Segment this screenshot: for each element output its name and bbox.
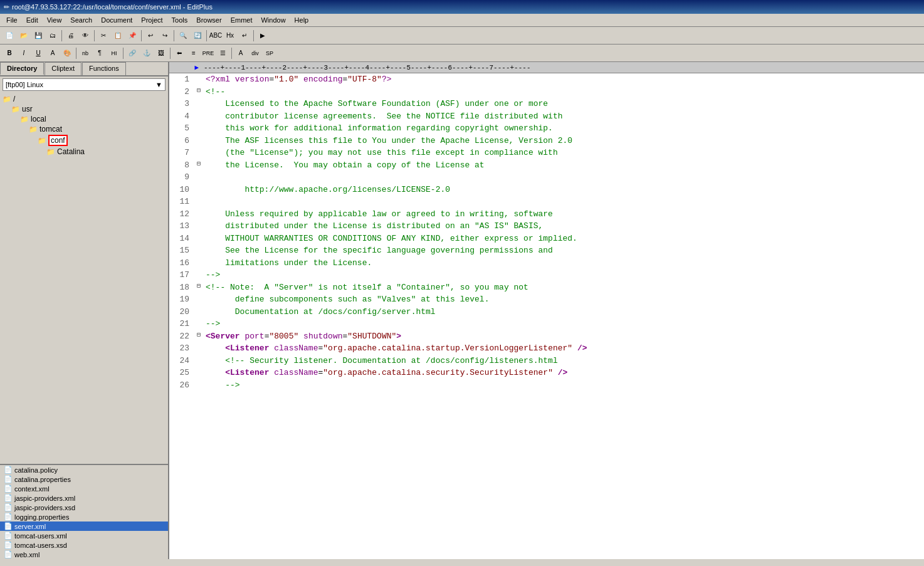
para-btn[interactable]: ¶: [93, 46, 107, 60]
image-btn[interactable]: 🖼: [154, 46, 168, 60]
toolbar-1: 📄 📂 💾 🗂 🖨 👁 ✂ 📋 📌 ↩ ↪ 🔍 🔄 ABC Hx ↵ ▶: [0, 27, 924, 45]
italic-btn[interactable]: I: [17, 46, 31, 60]
menu-help[interactable]: Help: [291, 15, 313, 25]
list-btn[interactable]: ☰: [216, 46, 229, 60]
replace-btn[interactable]: 🔄: [191, 29, 204, 43]
file-icon: 📄: [4, 485, 13, 493]
sep5: [206, 30, 207, 41]
tab-functions[interactable]: Functions: [82, 62, 126, 75]
new-btn[interactable]: 📄: [3, 29, 16, 43]
menu-file[interactable]: File: [3, 15, 21, 25]
open-btn[interactable]: 📂: [17, 29, 31, 43]
ftp-label: [ftp00] Linux: [6, 81, 43, 88]
line-num-9: 9: [169, 171, 194, 184]
anchor-btn[interactable]: ⚓: [140, 46, 154, 60]
folder-icon-tomcat: 📁: [29, 125, 38, 134]
tab-directory[interactable]: Directory: [0, 62, 44, 75]
spell-btn[interactable]: ABC: [209, 29, 223, 43]
bold-btn[interactable]: B: [3, 46, 16, 60]
line-num-20: 20: [169, 306, 194, 318]
tree-item-tomcat[interactable]: 📁 tomcat: [0, 124, 168, 134]
ftp-dropdown[interactable]: [ftp00] Linux ▼: [3, 78, 165, 91]
undo-btn[interactable]: ↩: [144, 29, 157, 43]
line-num-18: 18: [169, 281, 194, 294]
print-btn[interactable]: 🖨: [64, 29, 78, 43]
align-btn[interactable]: A: [46, 46, 60, 60]
tab-cliptext[interactable]: Cliptext: [45, 62, 81, 75]
menu-document[interactable]: Document: [97, 15, 136, 25]
code-15: See the License for the specific languag…: [203, 244, 924, 257]
line-num-22: 22: [169, 330, 194, 343]
font-btn[interactable]: A: [234, 46, 248, 60]
menu-browser[interactable]: Browser: [192, 15, 225, 25]
tree-item-root[interactable]: 📁 /: [0, 94, 168, 104]
paste-btn[interactable]: 📌: [125, 29, 139, 43]
tree-label-usr: usr: [22, 105, 33, 113]
redo-btn[interactable]: ↪: [158, 29, 172, 43]
code-12: Unless required by applicable law or agr…: [203, 208, 924, 221]
menu-project[interactable]: Project: [137, 15, 166, 25]
code-14: WITHOUT WARRANTIES OR CONDITIONS OF ANY …: [203, 233, 924, 245]
run-btn[interactable]: ▶: [256, 29, 270, 43]
line-num-12: 12: [169, 208, 194, 221]
menu-emmet[interactable]: Emmet: [227, 15, 256, 25]
code-23: <Listener className="org.apache.catalina…: [203, 342, 924, 355]
underline-btn[interactable]: U: [31, 46, 45, 60]
file-item-jaspic-xsd[interactable]: 📄 jaspic-providers.xsd: [0, 503, 168, 512]
code-row-20: 20 Documentation at /docs/config/server.…: [169, 306, 924, 318]
file-icon: 📄: [4, 532, 13, 540]
search-btn[interactable]: 🔍: [176, 29, 190, 43]
tree-item-local[interactable]: 📁 local: [0, 114, 168, 124]
file-item-jaspic-xml[interactable]: 📄 jaspic-providers.xml: [0, 493, 168, 503]
sep9: [170, 48, 171, 59]
title-text: root@47.93.53.127:22:/usr/local/tomcat/c…: [12, 3, 213, 11]
line-num-21: 21: [169, 318, 194, 330]
nb-btn[interactable]: nb: [78, 46, 92, 60]
cursor-arrow: ▶: [169, 63, 204, 71]
code-row-8: 8 ⊟ the License. You may obtain a copy o…: [169, 159, 924, 172]
tree-item-usr[interactable]: 📁 usr: [0, 104, 168, 114]
file-item-server-xml[interactable]: 📄 server.xml: [0, 521, 168, 531]
file-item-tomcat-users-xsd[interactable]: 📄 tomcat-users.xsd: [0, 540, 168, 550]
menu-tools[interactable]: Tools: [168, 15, 192, 25]
menu-search[interactable]: Search: [66, 15, 96, 25]
file-item-logging[interactable]: 📄 logging.properties: [0, 512, 168, 521]
file-item-context-xml[interactable]: 📄 context.xml: [0, 484, 168, 493]
save-btn[interactable]: 💾: [31, 29, 45, 43]
cut-btn[interactable]: ✂: [97, 29, 110, 43]
menu-edit[interactable]: Edit: [23, 15, 42, 25]
tree-item-conf[interactable]: 📁 conf: [0, 134, 168, 147]
code-9: [203, 171, 924, 184]
code-row-6: 6 The ASF licenses this file to You unde…: [169, 135, 924, 147]
span-btn[interactable]: SP: [263, 46, 276, 60]
folder-icon-catalina: 📁: [46, 148, 55, 156]
code-6: The ASF licenses this file to You under …: [203, 135, 924, 147]
word-wrap-btn[interactable]: ↵: [238, 29, 251, 43]
hex-btn[interactable]: Hx: [223, 29, 237, 43]
center-btn[interactable]: ≡: [187, 46, 201, 60]
copy-btn[interactable]: 📋: [111, 29, 125, 43]
line-num-15: 15: [169, 244, 194, 257]
save-all-btn[interactable]: 🗂: [46, 29, 60, 43]
menu-view[interactable]: View: [43, 15, 66, 25]
code-editor[interactable]: 1 <?xml version="1.0" encoding="UTF-8"?>…: [169, 73, 924, 559]
file-item-tomcat-users-xml[interactable]: 📄 tomcat-users.xml: [0, 531, 168, 540]
file-item-catalina-policy[interactable]: 📄 catalina.policy: [0, 465, 168, 474]
pre-btn[interactable]: PRE: [201, 46, 215, 60]
file-icon: 📄: [4, 522, 13, 530]
file-item-catalina-properties[interactable]: 📄 catalina.properties: [0, 474, 168, 484]
print-preview-btn[interactable]: 👁: [78, 29, 92, 43]
sep8: [123, 48, 123, 59]
tree-item-catalina[interactable]: 📁 Catalina: [0, 147, 168, 157]
code-7: (the "License"); you may not use this fi…: [203, 147, 924, 159]
div-btn[interactable]: div: [248, 46, 262, 60]
file-item-web-xml[interactable]: 📄 web.xml: [0, 550, 168, 559]
code-25: <Listener className="org.apache.catalina…: [203, 367, 924, 379]
link-btn[interactable]: 🔗: [125, 46, 139, 60]
code-row-19: 19 define subcomponents such as "Valves"…: [169, 293, 924, 306]
hi-btn[interactable]: HI: [107, 46, 121, 60]
menu-window[interactable]: Window: [257, 15, 289, 25]
folder-icon-local: 📁: [20, 115, 29, 123]
color-btn[interactable]: 🎨: [60, 46, 74, 60]
align-left-btn[interactable]: ⬅: [172, 46, 186, 60]
